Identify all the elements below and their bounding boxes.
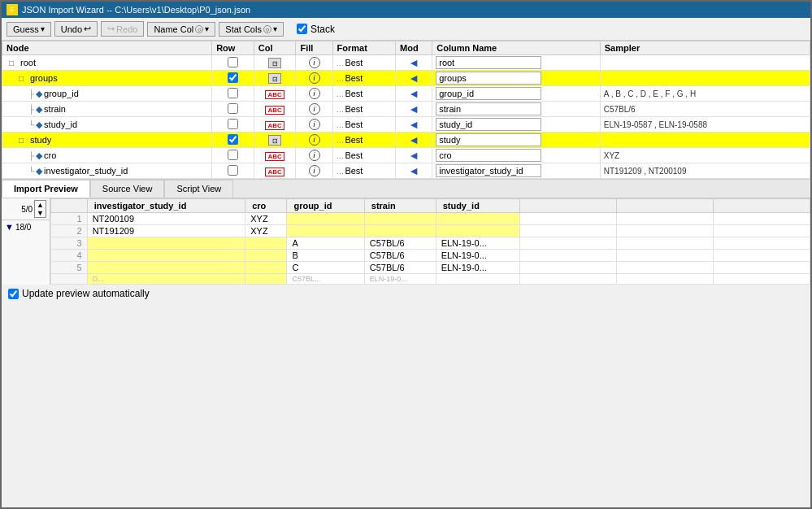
fill-icon: i <box>309 134 320 146</box>
redo-button[interactable]: ↪ Redo <box>101 21 144 37</box>
cell-partial: D... <box>87 274 245 285</box>
expand-icon[interactable]: □ <box>19 74 28 83</box>
cell-inv-study-id: NT200109 <box>87 213 245 225</box>
toolbar: Guess Undo ↩ ↪ Redo Name Col ○ Stat Cols… <box>2 18 810 41</box>
expand-icon[interactable]: □ <box>19 136 28 145</box>
node-label: study_id <box>44 120 77 129</box>
cell-inv-study-id <box>87 250 245 262</box>
col-img-icon: ⊡ <box>268 58 281 68</box>
row-checkbox[interactable] <box>228 57 238 67</box>
row-num: 1 <box>51 213 88 225</box>
fill-icon: i <box>309 88 320 99</box>
node-label: groups <box>30 73 58 83</box>
footer: Update preview automatically <box>2 285 810 302</box>
abc-icon: ABC <box>265 121 284 130</box>
diamond-icon: ◆ <box>36 89 42 99</box>
cell-cro: XYZ <box>245 213 287 225</box>
col-name-input[interactable] <box>436 102 541 115</box>
node-cell: ├ ◆ cro <box>6 150 208 161</box>
row-checkbox[interactable] <box>228 103 238 114</box>
preview-row: 4 B C57BL/6 ELN-19-0... <box>51 250 810 262</box>
update-preview-checkbox[interactable] <box>8 289 19 299</box>
tab-import-preview[interactable]: Import Preview <box>2 180 90 198</box>
row-checkbox[interactable] <box>228 72 238 83</box>
node-cell: ├ ◆ strain <box>6 104 208 115</box>
preview-section: Import Preview Source View Script View 5… <box>2 180 810 285</box>
mod-arrow: ◄ <box>408 56 419 69</box>
row-counter-panel: 5/0 ▲▼ ▼ 18/0 <box>2 198 50 285</box>
tree-connector: └ <box>28 120 34 129</box>
mod-arrow: ◄ <box>408 87 419 100</box>
node-cell: └ ◆ investigator_study_id <box>6 166 208 176</box>
tab-script-view[interactable]: Script View <box>164 180 233 198</box>
tree-connector: ├ <box>28 89 34 98</box>
mod-arrow: ◄ <box>408 102 419 115</box>
cell-inv-study-id <box>87 262 245 274</box>
undo-icon: ↩ <box>84 24 91 34</box>
dots: … <box>337 59 345 67</box>
guess-button[interactable]: Guess <box>7 22 51 37</box>
col-name-input[interactable] <box>436 56 541 69</box>
counter-control[interactable]: ▲▼ <box>34 200 46 218</box>
col-img-icon: ⊡ <box>268 135 281 146</box>
main-window: F JSON Import Wizard -- C:\Users\v1\Desk… <box>0 0 812 509</box>
row-num: 4 <box>51 250 88 262</box>
preview-table-container: investigator_study_id cro group_id strai… <box>50 198 810 285</box>
stack-checkbox-label[interactable]: Stack <box>297 24 335 35</box>
preview-row: D... C57BL... ELN-19-0... <box>51 274 810 285</box>
undo-button[interactable]: Undo ↩ <box>54 21 98 37</box>
col-name-input[interactable] <box>436 118 541 131</box>
format-value: Best <box>345 166 363 176</box>
preview-col-group-id: group_id <box>287 199 364 213</box>
tab-source-view[interactable]: Source View <box>90 180 165 198</box>
app-icon: F <box>7 4 18 15</box>
name-col-button[interactable]: Name Col ○ <box>147 22 215 37</box>
stack-checkbox[interactable] <box>297 24 307 34</box>
row-checkbox[interactable] <box>228 119 238 129</box>
row-num <box>51 274 88 285</box>
sampler-value: C57BL/6 <box>604 105 636 114</box>
tree-row: └ ◆ study_id ABC i … Best ◄ ELN-19-0587 … <box>2 117 810 133</box>
cell-inv-study-id <box>87 237 245 250</box>
preview-col-num <box>51 199 88 213</box>
format-value: Best <box>345 135 363 145</box>
fill-icon: i <box>309 103 320 115</box>
row-checkbox[interactable] <box>228 165 238 176</box>
top-count: 5/0 <box>21 205 33 214</box>
cell-study-id: ELN-19-0... <box>436 237 519 250</box>
update-preview-label[interactable]: Update preview automatically <box>8 288 150 299</box>
row-checkbox[interactable] <box>228 88 238 98</box>
mod-arrow: ◄ <box>408 118 419 131</box>
row-checkbox[interactable] <box>228 150 238 160</box>
col-name-input[interactable] <box>436 72 541 85</box>
expand-icon[interactable]: □ <box>9 59 19 67</box>
col-name-input[interactable] <box>436 149 541 162</box>
window-title: JSON Import Wizard -- C:\Users\v1\Deskto… <box>22 5 250 15</box>
tree-row: ├ ◆ cro ABC i … Best ◄ XYZ <box>2 148 810 163</box>
cell-group-id <box>287 213 364 225</box>
stat-cols-button[interactable]: Stat Cols ○ <box>219 22 284 37</box>
group-count: 18/0 <box>15 223 31 232</box>
sampler-value: ELN-19-0587 , ELN-19-0588 <box>604 120 707 129</box>
cell-strain <box>364 213 436 225</box>
preview-col-study-id: study_id <box>436 199 519 213</box>
cell-strain: C57BL/6 <box>364 262 436 274</box>
circle-icon: ○ <box>195 25 203 33</box>
fill-icon: i <box>309 150 320 161</box>
node-cell: □ groups <box>6 73 208 83</box>
cell-inv-study-id: NT191209 <box>87 225 245 237</box>
row-num: 3 <box>51 237 88 250</box>
node-cell: □ root <box>6 58 208 67</box>
col-header-col: Col <box>254 41 296 55</box>
collapse-arrow[interactable]: ▼ <box>5 222 14 232</box>
tree-row: □ groups ⊡ i … Best ◄ <box>2 71 810 86</box>
col-name-input[interactable] <box>436 133 541 146</box>
col-name-input[interactable] <box>436 164 541 177</box>
tree-table: Node Row Col Fill Format Mod Column Name… <box>2 41 810 179</box>
col-name-input[interactable] <box>436 87 541 100</box>
row-num: 2 <box>51 225 88 237</box>
cell-cro: XYZ <box>245 225 287 237</box>
col-header-row: Row <box>212 41 254 55</box>
row-checkbox[interactable] <box>228 134 238 145</box>
node-cell: ├ ◆ group_id <box>6 89 208 99</box>
